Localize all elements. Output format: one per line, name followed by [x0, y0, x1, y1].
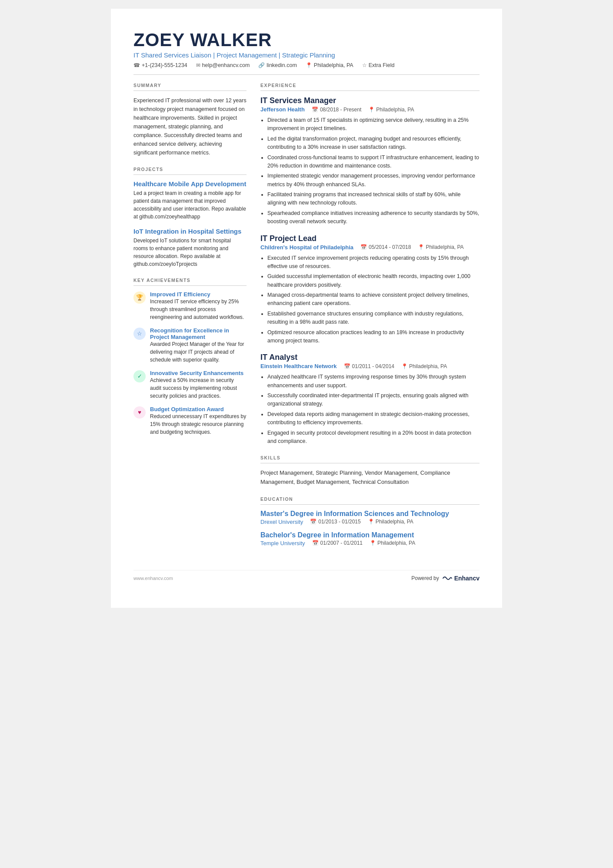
bullet-0-3: Implemented strategic vendor management … — [267, 172, 480, 189]
phone-text: +1-(234)-555-1234 — [142, 62, 187, 68]
achievement-title-2: Innovative Security Enhancements — [150, 370, 247, 376]
bullet-1-3: Established governance structures ensuri… — [267, 310, 480, 327]
pin-icon-edu1: 📍 — [370, 540, 376, 546]
bullet-1-4: Optimized resource allocation practices … — [267, 328, 480, 345]
linkedin-text: linkedin.com — [267, 62, 297, 68]
edu-dates-1: 📅 01/2007 - 01/2011 — [312, 540, 363, 546]
projects-section: PROJECTS Healthcare Mobile App Developme… — [133, 167, 247, 268]
edu-school-1: Temple University — [260, 540, 305, 546]
job-bullets-2: Analyzed healthcare IT systems improving… — [260, 373, 480, 446]
job-location-0: 📍 Philadelphia, PA — [368, 107, 414, 113]
candidate-title: IT Shared Services Liaison | Project Man… — [133, 51, 480, 59]
job-bullets-1: Executed IT service improvement projects… — [260, 254, 480, 345]
linkedin-item: 🔗 linkedin.com — [258, 62, 297, 68]
calendar-icon-0: 📅 — [312, 107, 318, 113]
project-title-1: IoT Integration in Hospital Settings — [133, 228, 247, 235]
main-content: SUMMARY Experienced IT professional with… — [133, 83, 480, 553]
achievements-section: KEY ACHIEVEMENTS 🏆 Improved IT Efficienc… — [133, 278, 247, 436]
powered-by-text: Powered by — [411, 575, 439, 581]
skills-label: SKILLS — [260, 455, 480, 460]
job-location-2: 📍 Philadelphia, PA — [401, 363, 447, 369]
page-footer: www.enhancv.com Powered by Enhancv — [133, 570, 480, 582]
job-company-2: Einstein Healthcare Network — [260, 363, 337, 369]
header-divider — [133, 74, 480, 75]
project-desc-0: Led a project team in creating a mobile … — [133, 189, 247, 221]
summary-label: SUMMARY — [133, 83, 247, 88]
project-item-0: Healthcare Mobile App Development Led a … — [133, 180, 247, 221]
job-bullets-0: Directed a team of 15 IT specialists in … — [260, 116, 480, 226]
location-icon: 📍 — [306, 62, 312, 68]
heart-icon: ♥ — [133, 406, 146, 419]
bullet-0-5: Spearheaded compliance initiatives incre… — [267, 209, 480, 226]
phone-icon: ☎ — [133, 62, 140, 68]
achievement-title-0: Improved IT Efficiency — [150, 291, 247, 298]
achievement-desc-3: Reduced unnecessary IT expenditures by 1… — [150, 412, 247, 436]
job-location-1: 📍 Philadelphia, PA — [418, 244, 463, 250]
achievements-divider — [133, 285, 247, 286]
email-item: ✉ help@enhancv.com — [196, 62, 250, 68]
edu-meta-0: Drexel University 📅 01/2013 - 01/2015 📍 … — [260, 519, 480, 525]
checkmark-icon: ✓ — [133, 370, 146, 382]
pin-icon-2: 📍 — [401, 363, 408, 369]
calendar-icon-1: 📅 — [360, 244, 367, 250]
brand-name: Enhancv — [454, 575, 480, 582]
job-title-0: IT Services Manager — [260, 96, 480, 105]
education-section: EDUCATION Master's Degree in Information… — [260, 496, 480, 546]
achievement-title-1: Recognition for Excellence in Project Ma… — [150, 327, 247, 340]
job-dates-2: 📅 01/2011 - 04/2014 — [344, 363, 394, 369]
star-outline-icon: ☆ — [133, 328, 146, 340]
edu-location-1: 📍 Philadelphia, PA — [370, 540, 415, 546]
achievements-label: KEY ACHIEVEMENTS — [133, 278, 247, 283]
job-1: IT Project Lead Children's Hospital of P… — [260, 234, 480, 345]
project-title-0: Healthcare Mobile App Development — [133, 180, 247, 188]
skills-section: SKILLS Project Management, Strategic Pla… — [260, 455, 480, 487]
job-0: IT Services Manager Jefferson Health 📅 0… — [260, 96, 480, 226]
edu-degree-1: Bachelor's Degree in Information Managem… — [260, 531, 480, 539]
bullet-2-2: Developed data reports aiding management… — [267, 410, 480, 427]
experience-section: EXPERIENCE IT Services Manager Jefferson… — [260, 83, 480, 446]
calendar-icon-edu0: 📅 — [310, 519, 316, 525]
achievement-0: 🏆 Improved IT Efficiency Increased IT se… — [133, 291, 247, 321]
achievement-2: ✓ Innovative Security Enhancements Achie… — [133, 370, 247, 400]
achievement-content-1: Recognition for Excellence in Project Ma… — [150, 327, 247, 364]
bullet-1-1: Guided successful implementation of elec… — [267, 272, 480, 289]
edu-degree-0: Master's Degree in Information Sciences … — [260, 510, 480, 518]
edu-1: Bachelor's Degree in Information Managem… — [260, 531, 480, 546]
email-icon: ✉ — [196, 62, 200, 68]
job-meta-1: Children's Hospital of Philadelphia 📅 05… — [260, 244, 480, 251]
projects-label: PROJECTS — [133, 167, 247, 172]
skills-divider — [260, 463, 480, 463]
bullet-0-0: Directed a team of 15 IT specialists in … — [267, 116, 480, 133]
education-divider — [260, 504, 480, 505]
left-column: SUMMARY Experienced IT professional with… — [133, 83, 247, 553]
bullet-1-0: Executed IT service improvement projects… — [267, 254, 480, 271]
bullet-1-2: Managed cross-departmental teams to achi… — [267, 291, 480, 308]
footer-website: www.enhancv.com — [133, 576, 173, 581]
phone-item: ☎ +1-(234)-555-1234 — [133, 62, 187, 68]
achievement-3: ♥ Budget Optimization Award Reduced unne… — [133, 406, 247, 436]
location-item: 📍 Philadelphia, PA — [306, 62, 353, 68]
bullet-2-0: Analyzed healthcare IT systems improving… — [267, 373, 480, 390]
enhancv-logo-svg — [443, 575, 452, 581]
pin-icon-1: 📍 — [418, 244, 424, 250]
edu-school-0: Drexel University — [260, 519, 303, 525]
summary-section: SUMMARY Experienced IT professional with… — [133, 83, 247, 157]
contact-info: ☎ +1-(234)-555-1234 ✉ help@enhancv.com 🔗… — [133, 62, 480, 68]
projects-divider — [133, 174, 247, 175]
job-company-1: Children's Hospital of Philadelphia — [260, 244, 353, 251]
job-dates-0: 📅 08/2018 - Present — [312, 107, 361, 113]
edu-dates-0: 📅 01/2013 - 01/2015 — [310, 519, 360, 525]
bullet-0-2: Coordinated cross-functional teams to su… — [267, 154, 480, 171]
location-text: Philadelphia, PA — [314, 62, 353, 68]
job-dates-1: 📅 05/2014 - 07/2018 — [360, 244, 411, 250]
edu-0: Master's Degree in Information Sciences … — [260, 510, 480, 525]
edu-meta-1: Temple University 📅 01/2007 - 01/2011 📍 … — [260, 540, 480, 546]
achievement-content-2: Innovative Security Enhancements Achieve… — [150, 370, 247, 400]
job-meta-2: Einstein Healthcare Network 📅 01/2011 - … — [260, 363, 480, 369]
bullet-0-4: Facilitated training programs that incre… — [267, 191, 480, 208]
resume-page: ZOEY WALKER IT Shared Services Liaison |… — [111, 9, 502, 608]
skills-text: Project Management, Strategic Planning, … — [260, 469, 480, 487]
project-item-1: IoT Integration in Hospital Settings Dev… — [133, 228, 247, 268]
right-column: EXPERIENCE IT Services Manager Jefferson… — [260, 83, 480, 553]
achievement-desc-2: Achieved a 50% increase in security audi… — [150, 376, 247, 400]
